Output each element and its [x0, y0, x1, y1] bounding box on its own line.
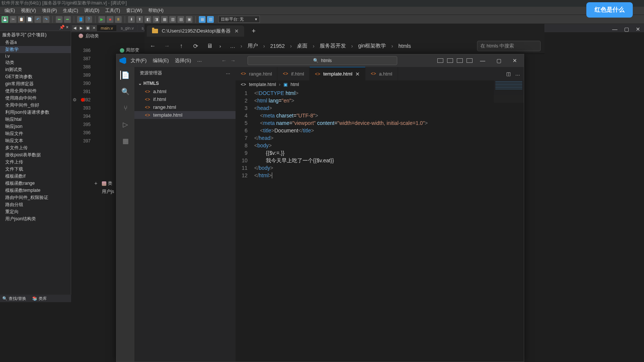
tree-item[interactable]: GET查询参数 — [0, 73, 71, 80]
step-icon[interactable]: ⬇ — [128, 16, 135, 23]
vs-menu-edit[interactable]: 编辑(E) — [153, 57, 169, 64]
layout-icon[interactable] — [437, 58, 443, 63]
tree-item[interactable]: 响应htal — [0, 116, 71, 123]
tree-item[interactable]: 使用路由中间件 — [0, 95, 71, 102]
folder-header[interactable]: ⌄ HTMLS — [134, 79, 236, 88]
more-icon[interactable]: … — [226, 70, 230, 76]
bg-tab[interactable]: s_gin.v — [117, 25, 138, 31]
menu-help[interactable]: 帮助(H) — [145, 7, 167, 14]
editor-tab[interactable]: <>range.html — [236, 67, 277, 80]
menu-project[interactable]: 项目(P) — [39, 7, 60, 14]
forward-icon[interactable]: ➡ — [64, 16, 71, 23]
step-icon[interactable]: ⬆ — [136, 16, 143, 23]
close-icon[interactable]: ✕ — [636, 26, 640, 32]
book-icon[interactable]: 📘 — [77, 16, 84, 23]
tree-item[interactable]: 使用全局中间件 — [0, 88, 71, 95]
vscode-command-center[interactable]: 🔍 htmls — [247, 56, 397, 65]
new-tab-button[interactable]: + — [252, 27, 256, 35]
code-lines[interactable]: <!DOCTYPE html> <html lang="en"> <head> … — [254, 89, 524, 362]
back-icon[interactable]: ← — [221, 58, 227, 64]
toolbar-icon[interactable]: ✂ — [10, 16, 16, 23]
undo-icon[interactable]: ↶ — [34, 16, 41, 23]
toolbar-icon[interactable]: ▥ — [207, 16, 214, 23]
find-replace-tab[interactable]: 🔍 查找/替换 — [2, 296, 26, 301]
extensions-icon[interactable]: ▦ — [121, 136, 130, 145]
vs-menu-file[interactable]: 文件(F) — [131, 57, 147, 64]
stop-icon[interactable]: ■ — [107, 16, 113, 23]
library-tab[interactable]: 📚 类库 — [32, 296, 47, 301]
forward-icon[interactable]: → — [230, 58, 236, 64]
tree-item[interactable]: 务器a — [0, 39, 71, 46]
split-editor-icon[interactable]: ◫ — [506, 71, 511, 77]
monitor-icon[interactable]: 🖥 — [205, 42, 214, 50]
editor-tab[interactable]: <>template.html✕ — [310, 67, 365, 80]
forward-icon[interactable]: → — [162, 42, 171, 50]
paste-icon[interactable]: 📄 — [26, 16, 33, 23]
menu-edit[interactable]: 编(E) — [1, 7, 18, 14]
crumb[interactable]: … — [230, 43, 235, 49]
run-icon[interactable]: ▶ — [98, 16, 105, 23]
tree-item[interactable]: 利用json传递请求参数 — [0, 109, 71, 116]
copy-icon[interactable]: 📋 — [18, 16, 25, 23]
menu-window[interactable]: 窗口(W) — [123, 7, 145, 14]
toolbar-icon[interactable]: ▣ — [186, 16, 192, 23]
source-control-icon[interactable]: ⑂ — [121, 104, 130, 113]
search-icon[interactable]: 🔍 — [121, 87, 130, 96]
tree-item[interactable]: 架教学 — [0, 46, 71, 53]
toolbar-icon[interactable]: ▤ — [177, 16, 184, 23]
layout-icon[interactable] — [457, 58, 463, 63]
minimap[interactable] — [494, 80, 524, 103]
close-icon[interactable]: ✕ — [355, 71, 360, 77]
toolbar-icon[interactable]: ◧ — [145, 16, 151, 23]
fe-tab[interactable]: C:\Users\21952\Desktop\服务器 ✕ — [147, 25, 244, 37]
tree-item[interactable]: 模板函数template — [0, 187, 71, 194]
redo-icon[interactable]: ↷ — [43, 16, 49, 23]
add-icon[interactable]: + — [94, 180, 97, 186]
crumb[interactable]: 用户 — [247, 43, 258, 49]
breakpoint-icon[interactable] — [81, 98, 85, 102]
tree-item[interactable]: 全局中间件_你好 — [0, 102, 71, 109]
tree-item[interactable]: 路由中间件_权限验证 — [0, 194, 71, 201]
back-icon[interactable]: ⬅ — [56, 16, 63, 23]
tree-item[interactable]: 文件上传 — [0, 159, 71, 166]
search-input[interactable]: 在 htmls 中搜索 — [477, 41, 541, 51]
tree-item[interactable]: gin常用绑定器 — [0, 80, 71, 88]
minimize-icon[interactable]: — — [612, 26, 617, 32]
project-root[interactable]: 服务器学习" (2个项目) — [0, 31, 71, 39]
menu-debug[interactable]: 调试(D) — [81, 7, 103, 14]
crumb[interactable]: htmls — [398, 43, 411, 49]
toolbar-icon[interactable]: ▦ — [161, 16, 168, 23]
toolbar-icon[interactable]: ▥ — [169, 16, 176, 23]
back-icon[interactable]: ← — [148, 42, 157, 50]
tree-item[interactable]: 多文件上传 — [0, 144, 71, 151]
tree-item[interactable]: 文件下载 — [0, 166, 71, 173]
tree-item[interactable]: in测试类 — [0, 66, 71, 73]
vs-menu-select[interactable]: 选择(S) — [175, 57, 191, 64]
crumb[interactable]: 桌面 — [297, 43, 307, 49]
toolbar-icon[interactable]: ▦ — [199, 16, 206, 23]
tree-item[interactable]: 响应文件 — [0, 130, 71, 137]
maximize-icon[interactable]: ▢ — [624, 26, 629, 32]
editor-tab[interactable]: <>if.html — [277, 67, 310, 80]
editor-tab[interactable]: <>a.html — [365, 67, 398, 80]
more-icon[interactable]: … — [515, 71, 520, 77]
file-item[interactable]: <>range.html — [134, 103, 236, 111]
menu-build[interactable]: 生成(C) — [60, 7, 81, 14]
menu-view[interactable]: 视图(V) — [18, 7, 39, 14]
close-icon[interactable]: ✕ — [509, 56, 521, 65]
layout-icon[interactable] — [447, 58, 453, 63]
target-platform-dropdown[interactable]: 目标平台: 无▾ — [218, 16, 260, 23]
run-debug-icon[interactable]: ▷ — [121, 120, 130, 129]
tree-item[interactable]: 响应json — [0, 123, 71, 130]
vs-menu-more[interactable]: … — [197, 57, 202, 64]
crumb[interactable]: 服务器开发 — [320, 43, 346, 49]
close-icon[interactable]: ✕ — [234, 28, 239, 34]
tree-item[interactable]: 响应文本 — [0, 137, 71, 144]
crumb[interactable]: 21952 — [270, 43, 285, 49]
explorer-icon[interactable]: 📄 — [120, 71, 130, 80]
menu-tools[interactable]: 工具(T) — [102, 7, 123, 14]
file-item[interactable]: <>a.html — [134, 88, 236, 95]
tab-nav[interactable]: ◀▶▣✕ — [72, 25, 97, 31]
maximize-icon[interactable]: ▢ — [493, 56, 505, 65]
up-icon[interactable]: ↑ — [177, 42, 186, 50]
